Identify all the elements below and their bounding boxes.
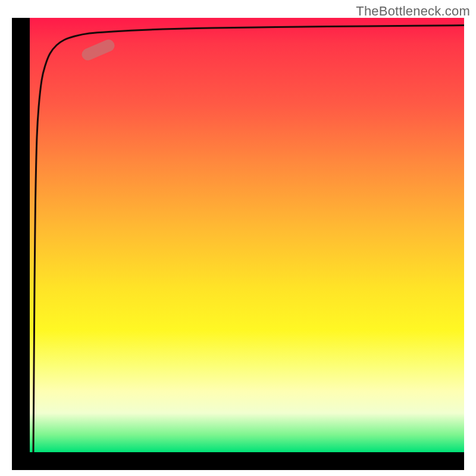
watermark-text: TheBottleneck.com bbox=[356, 4, 470, 19]
curve-svg bbox=[30, 18, 464, 452]
plot-area bbox=[30, 18, 464, 452]
plot-frame bbox=[12, 18, 464, 470]
chart-container: TheBottleneck.com bbox=[0, 0, 476, 476]
curve-path bbox=[33, 26, 464, 453]
